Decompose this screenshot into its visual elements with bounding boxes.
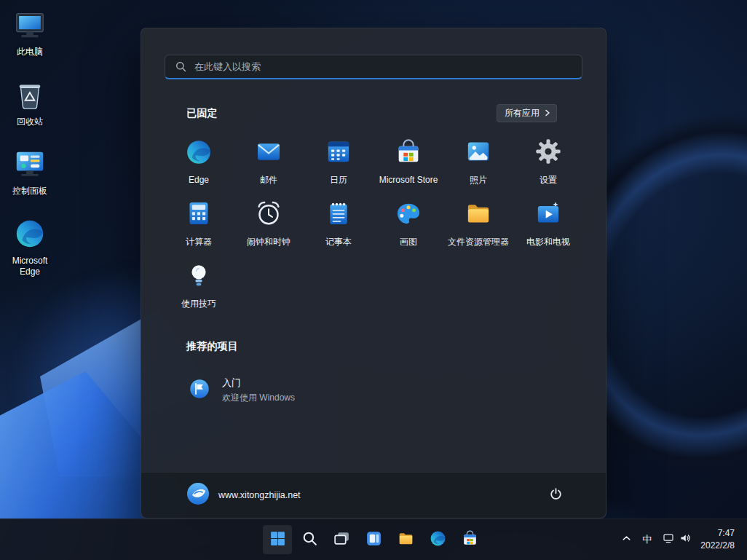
file-explorer-button[interactable]: [391, 525, 420, 554]
taskbar-search-button[interactable]: [295, 525, 324, 554]
app-tile-label: 设置: [540, 174, 557, 186]
taskbar: 中 7:47 2022/2/8: [0, 518, 747, 560]
recommended-item-title: 入门: [222, 376, 295, 390]
app-tile-file-explorer[interactable]: 文件资源管理器: [443, 192, 513, 254]
power-icon: [548, 486, 564, 505]
chevron-right-icon: [544, 109, 551, 119]
recommended-item-text: 入门 欢迎使用 Windows: [222, 376, 295, 404]
tips-bulb-icon: [184, 261, 213, 293]
volume-icon: [679, 532, 691, 547]
edge-icon: [13, 217, 47, 253]
app-tile-label: 邮件: [260, 174, 277, 186]
app-tile-label: 计算器: [186, 236, 212, 248]
search-icon: [175, 60, 187, 73]
app-tile-paint[interactable]: 画图: [374, 192, 443, 254]
hidden-icons-button[interactable]: [617, 525, 636, 554]
clock[interactable]: 7:47 2022/2/8: [697, 527, 738, 552]
this-pc-icon: [13, 8, 47, 44]
all-apps-label: 所有应用: [505, 107, 540, 119]
power-button[interactable]: [542, 481, 569, 509]
app-tile-tips[interactable]: 使用技巧: [164, 254, 234, 316]
desktop-icon-control-panel[interactable]: 控制面板: [1, 145, 58, 200]
folder-icon: [397, 529, 415, 551]
file-explorer-icon: [464, 199, 493, 231]
app-tile-label: 文件资源管理器: [448, 236, 509, 248]
store-icon: [461, 529, 479, 551]
mail-icon: [254, 137, 283, 169]
store-button[interactable]: [455, 525, 484, 554]
windows-start-icon: [269, 529, 287, 551]
settings-gear-icon: [534, 137, 563, 169]
app-tile-label: 记事本: [325, 236, 352, 248]
chevron-up-icon: [621, 533, 632, 547]
calculator-icon: [184, 199, 213, 231]
app-tile-label: 电影和电视: [526, 236, 570, 248]
desktop-icon-recycle-bin[interactable]: 回收站: [1, 76, 58, 130]
alarm-clock-icon: [254, 199, 283, 231]
desktop-icon-edge[interactable]: Microsoft Edge: [1, 215, 58, 280]
system-tray: 中 7:47 2022/2/8: [617, 519, 747, 560]
notepad-icon: [324, 199, 353, 231]
recommended-section-header: 推荐的项目: [186, 340, 238, 353]
start-search: [165, 55, 582, 79]
app-tile-label: 照片: [470, 174, 487, 186]
recommended-item-get-started[interactable]: 入门 欢迎使用 Windows: [181, 369, 370, 411]
edge-button[interactable]: [423, 525, 452, 554]
user-name: www.xitongzhijia.net: [218, 490, 301, 500]
app-tile-label: 使用技巧: [181, 298, 216, 310]
app-tile-label: 日历: [330, 174, 347, 186]
start-menu: 已固定 所有应用 Edge 邮件 日历 Microsoft Sto: [141, 28, 606, 518]
task-view-button[interactable]: [327, 525, 356, 554]
store-icon: [394, 138, 423, 170]
app-tile-edge[interactable]: Edge: [164, 130, 234, 192]
movies-tv-icon: [534, 199, 563, 231]
app-tile-calendar[interactable]: 日历: [304, 130, 374, 192]
app-tile-label: Microsoft Store: [379, 175, 438, 185]
paint-palette-icon: [394, 199, 423, 231]
desktop-icon-label: 控制面板: [12, 186, 47, 197]
app-tile-notepad[interactable]: 记事本: [304, 192, 374, 254]
recommended-item-subtitle: 欢迎使用 Windows: [222, 392, 295, 404]
app-tile-alarms[interactable]: 闹钟和时钟: [234, 192, 304, 254]
clock-time: 7:47: [700, 527, 735, 540]
widgets-icon: [365, 529, 383, 551]
pinned-apps-grid: Edge 邮件 日历 Microsoft Store 照片 设置: [164, 130, 585, 316]
desktop-icon-label: Microsoft Edge: [3, 256, 57, 278]
network-icon: [663, 532, 674, 547]
user-profile-button[interactable]: www.xitongzhijia.net: [181, 479, 307, 511]
search-icon: [301, 529, 319, 551]
pinned-section-header: 已固定: [186, 107, 218, 120]
desktop-icon-label: 回收站: [17, 117, 43, 128]
edge-icon: [429, 529, 447, 551]
get-started-icon: [187, 376, 212, 404]
app-tile-photos[interactable]: 照片: [443, 130, 513, 192]
app-tile-calculator[interactable]: 计算器: [164, 192, 234, 254]
desktop-icon-this-pc[interactable]: 此电脑: [1, 6, 58, 60]
app-tile-label: 闹钟和时钟: [247, 236, 290, 248]
app-tile-settings[interactable]: 设置: [513, 130, 583, 192]
photos-icon: [464, 137, 493, 169]
recycle-bin-icon: [13, 78, 47, 114]
search-input[interactable]: [165, 55, 582, 79]
app-tile-label: 画图: [400, 236, 417, 248]
taskbar-center-buttons: [263, 519, 484, 560]
app-tile-label: Edge: [189, 175, 209, 185]
all-apps-button[interactable]: 所有应用: [497, 104, 557, 122]
start-menu-footer: www.xitongzhijia.net: [141, 472, 606, 518]
clock-date: 2022/2/8: [700, 540, 735, 552]
calendar-icon: [324, 137, 353, 169]
ime-indicator[interactable]: 中: [637, 525, 657, 554]
app-tile-movies-tv[interactable]: 电影和电视: [513, 192, 583, 254]
desktop-icon-label: 此电脑: [17, 47, 43, 58]
system-icons-button[interactable]: [657, 525, 696, 554]
windows-desktop: 此电脑 回收站 控制面板 Microsoft Edge: [0, 0, 747, 560]
task-view-icon: [333, 529, 351, 551]
user-avatar: [186, 482, 210, 508]
edge-icon: [184, 138, 213, 170]
app-tile-store[interactable]: Microsoft Store: [374, 130, 443, 192]
widgets-button[interactable]: [359, 525, 388, 554]
app-tile-mail[interactable]: 邮件: [234, 130, 304, 192]
desktop-icons: 此电脑 回收站 控制面板 Microsoft Edge: [1, 6, 58, 280]
start-button[interactable]: [263, 525, 292, 554]
control-panel-icon: [13, 147, 47, 184]
